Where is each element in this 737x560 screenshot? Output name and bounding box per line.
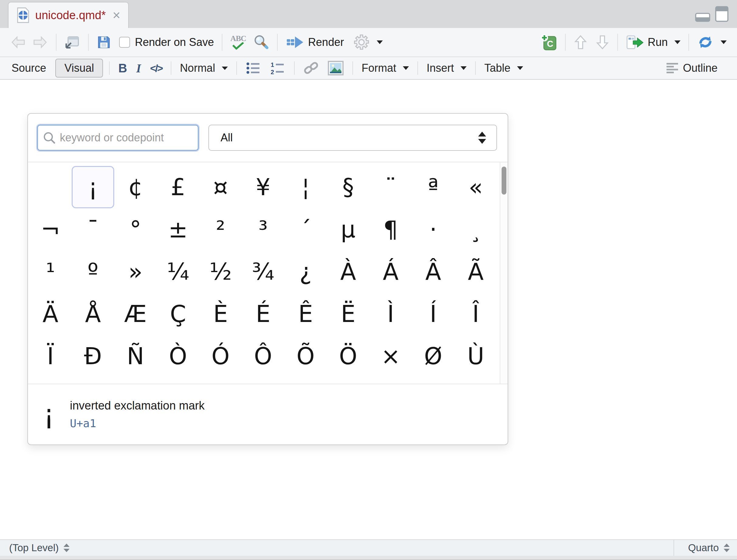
symbol-cell[interactable]: Á	[369, 251, 412, 293]
symbol-cell[interactable]: Ï	[29, 335, 72, 377]
symbol-cell[interactable]: Ë	[327, 293, 369, 335]
open-in-new-window-button[interactable]	[62, 33, 83, 51]
symbol-cell[interactable]: »	[114, 251, 157, 293]
checkbox-box[interactable]	[119, 37, 130, 48]
scrollbar-track[interactable]	[500, 162, 508, 384]
format-menu[interactable]: Format	[359, 60, 411, 76]
symbol-cell[interactable]: ¡	[72, 166, 114, 208]
separator	[294, 61, 295, 75]
insert-chunk-button[interactable]: C	[538, 32, 560, 53]
outline-toggle-button[interactable]: Outline	[663, 60, 720, 76]
symbol-cell[interactable]: §	[327, 166, 369, 208]
symbol-search-input[interactable]	[37, 125, 199, 151]
symbol-cell[interactable]: «	[454, 166, 497, 208]
image-button[interactable]	[325, 59, 346, 78]
symbol-cell[interactable]: Ç	[157, 293, 199, 335]
symbol-cell[interactable]: ²	[199, 208, 242, 251]
scrollbar-thumb[interactable]	[501, 167, 506, 195]
symbol-cell[interactable]: ´	[284, 208, 327, 251]
symbol-cell[interactable]: ¬	[29, 208, 72, 251]
render-button[interactable]: Render	[283, 33, 346, 51]
symbol-cell[interactable]: Ó	[199, 335, 242, 377]
symbol-cell[interactable]: ¨	[369, 166, 412, 208]
symbol-cell[interactable]: ¯	[72, 208, 114, 251]
symbol-cell[interactable]: °	[114, 208, 157, 251]
symbol-cell[interactable]: ¹	[29, 251, 72, 293]
symbol-cell[interactable]: Ò	[157, 335, 199, 377]
forward-button[interactable]	[29, 33, 50, 51]
symbol-cell[interactable]: Å	[72, 293, 114, 335]
visual-mode-button[interactable]: Visual	[55, 59, 103, 78]
symbol-cell[interactable]: Ä	[29, 293, 72, 335]
symbol-cell[interactable]: Ø	[412, 335, 454, 377]
tab-close-icon[interactable]: ×	[112, 9, 120, 22]
symbol-cell[interactable]	[29, 166, 72, 208]
italic-button[interactable]: I	[134, 59, 143, 77]
symbol-cell[interactable]: ¾	[242, 251, 284, 293]
symbol-cell[interactable]: Ñ	[114, 335, 157, 377]
symbol-cell[interactable]: É	[242, 293, 284, 335]
symbol-cell[interactable]: ¼	[157, 251, 199, 293]
code-button[interactable]: </>	[148, 60, 165, 76]
run-button[interactable]: Run	[623, 33, 683, 52]
symbol-cell[interactable]: Ê	[284, 293, 327, 335]
symbol-cell[interactable]: ¿	[284, 251, 327, 293]
bold-button[interactable]: B	[116, 60, 129, 77]
symbol-cell[interactable]: ¤	[199, 166, 242, 208]
next-chunk-button[interactable]	[593, 32, 612, 52]
visual-editor-canvas[interactable]: All ¡¢£¤¥¦§¨ª«¬¯°±²³´µ¶·¸¹º»¼½¾¿ÀÁÂÃÄÅÆÇ…	[0, 80, 737, 539]
symbol-cell[interactable]: ·	[412, 208, 454, 251]
symbol-cell[interactable]: Ù	[454, 335, 497, 377]
numbered-list-button[interactable]: 1 2	[267, 59, 288, 77]
render-on-save-checkbox[interactable]: Render on Save	[117, 34, 216, 50]
bullet-list-button[interactable]	[243, 59, 264, 77]
window-controls	[695, 6, 728, 22]
back-button[interactable]	[8, 33, 29, 51]
symbol-cell[interactable]: ¦	[284, 166, 327, 208]
symbol-cell[interactable]: ª	[412, 166, 454, 208]
previous-chunk-button[interactable]	[571, 32, 590, 52]
tab-unicode-qmd[interactable]: unicode.qmd* ×	[8, 2, 129, 28]
render-options-button[interactable]	[351, 32, 385, 53]
symbol-cell[interactable]: Æ	[114, 293, 157, 335]
symbol-cell[interactable]: Ö	[327, 335, 369, 377]
symbol-cell[interactable]: Ì	[369, 293, 412, 335]
symbol-cell[interactable]: º	[72, 251, 114, 293]
insert-menu[interactable]: Insert	[424, 60, 469, 76]
numbered-list-icon: 1 2	[270, 61, 286, 75]
source-commands-button[interactable]	[694, 33, 729, 52]
symbol-cell[interactable]: À	[327, 251, 369, 293]
symbol-cell[interactable]: ±	[157, 208, 199, 251]
symbol-cell[interactable]: ¢	[114, 166, 157, 208]
save-button[interactable]	[94, 33, 114, 51]
maximize-pane-icon[interactable]	[715, 6, 728, 22]
symbol-cell[interactable]: Õ	[284, 335, 327, 377]
document-format-selector[interactable]: Quarto	[673, 540, 737, 556]
symbol-cell[interactable]: Î	[454, 293, 497, 335]
symbol-cell[interactable]: Ð	[72, 335, 114, 377]
find-replace-button[interactable]	[250, 32, 272, 52]
spellcheck-button[interactable]: ABC	[228, 33, 249, 51]
minimize-pane-icon[interactable]	[695, 9, 710, 22]
symbol-cell[interactable]: Ã	[454, 251, 497, 293]
symbol-cell[interactable]: Â	[412, 251, 454, 293]
symbol-cell[interactable]: ×	[369, 335, 412, 377]
symbol-cell[interactable]: ³	[242, 208, 284, 251]
table-menu[interactable]: Table	[482, 60, 525, 76]
paragraph-style-dropdown[interactable]: Normal	[177, 60, 230, 76]
symbol-cell[interactable]: µ	[327, 208, 369, 251]
link-button[interactable]	[301, 59, 322, 77]
symbol-cell[interactable]: ¸	[454, 208, 497, 251]
symbol-cell[interactable]: Ô	[242, 335, 284, 377]
symbol-cell[interactable]: ¥	[242, 166, 284, 208]
source-mode-button[interactable]: Source	[9, 60, 49, 76]
symbol-cell[interactable]: ¶	[369, 208, 412, 251]
separator	[688, 34, 689, 51]
scope-selector[interactable]: (Top Level)	[9, 542, 70, 554]
symbol-cell[interactable]: ½	[199, 251, 242, 293]
symbol-cell[interactable]: Í	[412, 293, 454, 335]
symbol-cell[interactable]: È	[199, 293, 242, 335]
symbol-category-select[interactable]: All	[208, 125, 497, 151]
symbol-cell[interactable]: £	[157, 166, 199, 208]
select-updown-icon	[477, 131, 487, 144]
